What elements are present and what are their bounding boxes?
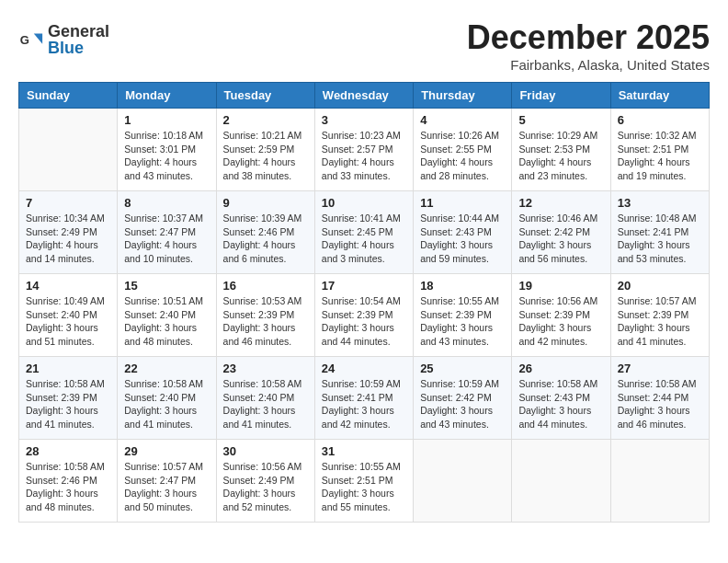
calendar-cell-0-6: 6Sunrise: 10:32 AM Sunset: 2:51 PM Dayli… [610,109,709,191]
day-number: 10 [322,196,406,210]
col-friday: Friday [512,83,610,109]
calendar-cell-3-6: 27Sunrise: 10:58 AM Sunset: 2:44 PM Dayl… [610,357,709,440]
logo-text: General Blue [48,23,109,56]
calendar-cell-4-6 [610,440,709,523]
calendar-cell-1-0: 7Sunrise: 10:34 AM Sunset: 2:49 PM Dayli… [19,191,118,274]
day-number: 9 [223,196,308,210]
calendar-cell-2-2: 16Sunrise: 10:53 AM Sunset: 2:39 PM Dayl… [216,274,314,357]
logo-general-text: General [48,23,109,40]
day-info: Sunrise: 10:58 AM Sunset: 2:40 PM Daylig… [223,377,308,431]
day-number: 1 [124,113,209,127]
day-info: Sunrise: 10:51 AM Sunset: 2:40 PM Daylig… [124,294,209,349]
day-number: 14 [26,279,110,293]
day-info: Sunrise: 10:55 AM Sunset: 2:51 PM Daylig… [322,460,406,514]
calendar-cell-3-2: 23Sunrise: 10:58 AM Sunset: 2:40 PM Dayl… [216,357,314,440]
calendar-cell-2-3: 17Sunrise: 10:54 AM Sunset: 2:39 PM Dayl… [314,274,413,357]
day-number: 19 [518,279,603,293]
calendar-cell-1-5: 12Sunrise: 10:46 AM Sunset: 2:42 PM Dayl… [512,191,610,274]
day-info: Sunrise: 10:59 AM Sunset: 2:41 PM Daylig… [322,377,406,431]
day-info: Sunrise: 10:21 AM Sunset: 2:59 PM Daylig… [223,129,308,183]
col-wednesday: Wednesday [314,83,413,109]
day-number: 12 [518,196,603,210]
calendar-cell-3-0: 21Sunrise: 10:58 AM Sunset: 2:39 PM Dayl… [19,357,118,440]
day-info: Sunrise: 10:49 AM Sunset: 2:40 PM Daylig… [26,294,110,349]
calendar-cell-2-6: 20Sunrise: 10:57 AM Sunset: 2:39 PM Dayl… [610,274,709,357]
title-block: December 2025 Fairbanks, Alaska, United … [467,18,710,73]
calendar-cell-1-6: 13Sunrise: 10:48 AM Sunset: 2:41 PM Dayl… [610,191,709,274]
day-number: 24 [322,362,406,375]
calendar-cell-0-0 [19,109,118,191]
calendar-cell-1-4: 11Sunrise: 10:44 AM Sunset: 2:43 PM Dayl… [414,191,512,274]
col-saturday: Saturday [610,83,709,109]
calendar-cell-1-1: 8Sunrise: 10:37 AM Sunset: 2:47 PM Dayli… [118,191,216,274]
logo-blue-text: Blue [48,40,109,56]
calendar-cell-0-5: 5Sunrise: 10:29 AM Sunset: 2:53 PM Dayli… [512,109,610,191]
day-number: 25 [420,362,505,375]
calendar-cell-4-3: 31Sunrise: 10:55 AM Sunset: 2:51 PM Dayl… [314,440,413,523]
day-info: Sunrise: 10:57 AM Sunset: 2:47 PM Daylig… [124,460,209,514]
day-info: Sunrise: 10:58 AM Sunset: 2:39 PM Daylig… [26,377,110,431]
calendar-cell-3-1: 22Sunrise: 10:58 AM Sunset: 2:40 PM Dayl… [118,357,216,440]
calendar-header: Sunday Monday Tuesday Wednesday Thursday… [19,83,710,109]
day-number: 26 [518,362,603,375]
calendar-cell-4-1: 29Sunrise: 10:57 AM Sunset: 2:47 PM Dayl… [118,440,216,523]
calendar-cell-3-3: 24Sunrise: 10:59 AM Sunset: 2:41 PM Dayl… [314,357,413,440]
day-number: 15 [124,279,209,293]
day-info: Sunrise: 10:54 AM Sunset: 2:39 PM Daylig… [322,294,406,349]
day-info: Sunrise: 10:59 AM Sunset: 2:42 PM Daylig… [420,377,505,431]
day-number: 30 [223,444,308,458]
day-info: Sunrise: 10:39 AM Sunset: 2:46 PM Daylig… [223,212,308,266]
logo: G General Blue [18,23,109,56]
day-number: 3 [322,113,406,127]
logo-icon: G [18,27,44,52]
calendar-cell-2-0: 14Sunrise: 10:49 AM Sunset: 2:40 PM Dayl… [19,274,118,357]
day-info: Sunrise: 10:53 AM Sunset: 2:39 PM Daylig… [223,294,308,349]
day-info: Sunrise: 10:46 AM Sunset: 2:42 PM Daylig… [518,212,603,266]
day-number: 4 [420,113,505,127]
day-info: Sunrise: 10:34 AM Sunset: 2:49 PM Daylig… [26,212,110,266]
day-info: Sunrise: 10:37 AM Sunset: 2:47 PM Daylig… [124,212,209,266]
col-tuesday: Tuesday [216,83,314,109]
day-number: 28 [26,444,110,458]
day-number: 27 [618,362,702,375]
day-info: Sunrise: 10:56 AM Sunset: 2:49 PM Daylig… [223,460,308,514]
calendar-week-4: 28Sunrise: 10:58 AM Sunset: 2:46 PM Dayl… [19,440,710,523]
day-number: 18 [420,279,505,293]
calendar-cell-4-4 [414,440,512,523]
col-thursday: Thursday [414,83,512,109]
day-info: Sunrise: 10:58 AM Sunset: 2:40 PM Daylig… [124,377,209,431]
page-header: G General Blue December 2025 Fairbanks, … [18,18,710,73]
calendar-week-2: 14Sunrise: 10:49 AM Sunset: 2:40 PM Dayl… [19,274,710,357]
svg-marker-1 [34,33,42,43]
calendar-cell-4-5 [512,440,610,523]
day-number: 7 [26,196,110,210]
calendar-cell-2-5: 19Sunrise: 10:56 AM Sunset: 2:39 PM Dayl… [512,274,610,357]
calendar-cell-2-4: 18Sunrise: 10:55 AM Sunset: 2:39 PM Dayl… [414,274,512,357]
day-info: Sunrise: 10:48 AM Sunset: 2:41 PM Daylig… [618,212,702,266]
day-info: Sunrise: 10:41 AM Sunset: 2:45 PM Daylig… [322,212,406,266]
day-info: Sunrise: 10:26 AM Sunset: 2:55 PM Daylig… [420,129,505,183]
day-number: 5 [518,113,603,127]
calendar-week-0: 1Sunrise: 10:18 AM Sunset: 3:01 PM Dayli… [19,109,710,191]
day-info: Sunrise: 10:55 AM Sunset: 2:39 PM Daylig… [420,294,505,349]
day-info: Sunrise: 10:44 AM Sunset: 2:43 PM Daylig… [420,212,505,266]
day-info: Sunrise: 10:23 AM Sunset: 2:57 PM Daylig… [322,129,406,183]
day-number: 31 [322,444,406,458]
day-number: 23 [223,362,308,375]
calendar-cell-4-2: 30Sunrise: 10:56 AM Sunset: 2:49 PM Dayl… [216,440,314,523]
day-number: 17 [322,279,406,293]
calendar-week-3: 21Sunrise: 10:58 AM Sunset: 2:39 PM Dayl… [19,357,710,440]
header-row: Sunday Monday Tuesday Wednesday Thursday… [19,83,710,109]
day-number: 21 [26,362,110,375]
calendar-cell-2-1: 15Sunrise: 10:51 AM Sunset: 2:40 PM Dayl… [118,274,216,357]
day-info: Sunrise: 10:58 AM Sunset: 2:46 PM Daylig… [26,460,110,514]
day-number: 13 [618,196,702,210]
day-info: Sunrise: 10:56 AM Sunset: 2:39 PM Daylig… [518,294,603,349]
col-sunday: Sunday [19,83,118,109]
location-text: Fairbanks, Alaska, United States [467,57,710,73]
calendar-week-1: 7Sunrise: 10:34 AM Sunset: 2:49 PM Dayli… [19,191,710,274]
svg-text:G: G [20,33,29,47]
calendar-cell-3-4: 25Sunrise: 10:59 AM Sunset: 2:42 PM Dayl… [414,357,512,440]
calendar-cell-0-3: 3Sunrise: 10:23 AM Sunset: 2:57 PM Dayli… [314,109,413,191]
calendar-body: 1Sunrise: 10:18 AM Sunset: 3:01 PM Dayli… [19,109,710,523]
